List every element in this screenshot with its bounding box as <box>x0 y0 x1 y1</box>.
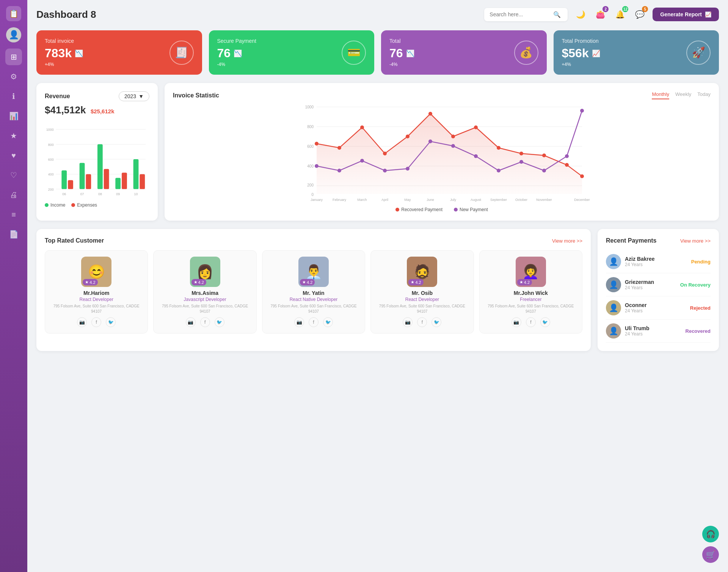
payment-item-2: 👤 Oconner 24 Years Rejected <box>606 296 711 320</box>
invoice-title: Invoice Statistic <box>173 92 219 99</box>
instagram-icon-2[interactable]: 📷 <box>294 317 304 327</box>
total-label: Total <box>389 38 414 44</box>
svg-point-60 <box>542 169 546 172</box>
search-input[interactable] <box>490 11 550 17</box>
payments-view-more[interactable]: View more >> <box>680 238 711 244</box>
total-invoice-label: Total invoice <box>45 38 83 44</box>
customer-name-1: Mrs.Asima <box>158 290 251 296</box>
twitter-icon-2[interactable]: 🐦 <box>323 317 333 327</box>
revenue-amount: $41,512k <box>45 104 86 116</box>
facebook-icon-0[interactable]: f <box>91 317 101 327</box>
facebook-icon-1[interactable]: f <box>200 317 210 327</box>
twitter-icon-1[interactable]: 🐦 <box>215 317 224 327</box>
payment-avatar-2: 👤 <box>606 300 621 315</box>
bell-button[interactable]: 🔔 12 <box>613 8 627 21</box>
svg-point-56 <box>451 144 455 148</box>
instagram-icon-4[interactable]: 📷 <box>511 317 521 327</box>
facebook-icon-2[interactable]: f <box>309 317 318 327</box>
recent-payments-card: Recent Payments View more >> 👤 Aziz Bakr… <box>598 229 719 351</box>
search-box[interactable]: 🔍 <box>484 8 568 21</box>
revenue-title: Revenue <box>45 93 70 100</box>
svg-text:09: 09 <box>116 192 120 196</box>
facebook-icon-3[interactable]: f <box>417 317 427 327</box>
instagram-icon-1[interactable]: 📷 <box>186 317 196 327</box>
stat-card-total-info: Total 76 📉 -4% <box>389 38 414 67</box>
total-icon: 💰 <box>514 41 538 65</box>
year-select[interactable]: 2023 ▼ <box>119 91 149 101</box>
bell-badge: 12 <box>622 6 628 12</box>
twitter-icon-4[interactable]: 🐦 <box>540 317 550 327</box>
legend-income: Income <box>45 202 65 208</box>
payment-avatar-1: 👤 <box>606 277 621 292</box>
customer-name-2: Mr. Yatin <box>267 290 360 296</box>
revenue-svg: 1000 800 600 400 200 <box>45 121 149 197</box>
payment-status-2: Rejected <box>690 305 711 311</box>
stat-card-total-promotion-info: Total Promotion $56k 📈 +4% <box>562 38 600 67</box>
svg-text:October: October <box>515 198 527 202</box>
top-customers-card: Top Rated Customer View more >> 😊 ★4.2 M… <box>36 229 591 351</box>
customer-avatar-4: 👩‍🦱 ★4.2 <box>516 257 546 287</box>
sidebar-item-menu[interactable]: ≡ <box>5 206 22 223</box>
sidebar-item-dashboard[interactable]: ⊞ <box>5 49 22 65</box>
sidebar-item-star[interactable]: ★ <box>5 127 22 144</box>
sidebar-item-heart[interactable]: ♥ <box>5 147 22 164</box>
wallet-button[interactable]: 👛 2 <box>593 8 607 21</box>
tab-today[interactable]: Today <box>697 91 711 99</box>
customer-name-3: Mr. Osib <box>375 290 469 296</box>
payment-age-1: 24 Years <box>625 285 676 290</box>
total-promotion-value: $56k 📈 <box>562 46 600 60</box>
svg-text:April: April <box>381 198 388 202</box>
svg-point-57 <box>474 154 478 158</box>
payment-name-2: Oconner <box>625 302 686 308</box>
support-float-button[interactable]: 🎧 <box>702 526 719 542</box>
svg-point-51 <box>337 169 341 172</box>
year-value: 2023 <box>124 93 136 99</box>
stat-card-total: Total 76 📉 -4% 💰 <box>381 30 547 75</box>
facebook-icon-4[interactable]: f <box>526 317 536 327</box>
svg-text:March: March <box>357 198 367 202</box>
rating-badge-0: ★4.2 <box>83 279 97 285</box>
twitter-icon-3[interactable]: 🐦 <box>431 317 441 327</box>
customer-addr-2: 795 Folsom Ave, Suite 600 San Francisco,… <box>267 304 360 314</box>
sidebar-item-docs[interactable]: 📄 <box>5 226 22 243</box>
sidebar-avatar[interactable]: 👤 <box>6 27 21 42</box>
analytics-icon: 📊 <box>9 111 19 121</box>
sidebar-item-heart2[interactable]: ♡ <box>5 167 22 183</box>
sidebar-item-info[interactable]: ℹ <box>5 88 22 105</box>
sidebar-logo[interactable]: 📋 <box>6 6 21 21</box>
page-title: Dashboard 8 <box>36 9 96 20</box>
instagram-icon-3[interactable]: 📷 <box>403 317 413 327</box>
svg-text:May: May <box>404 198 411 202</box>
chat-button[interactable]: 💬 5 <box>633 8 646 21</box>
svg-point-53 <box>383 169 387 172</box>
total-invoice-icon: 🧾 <box>169 41 194 65</box>
sidebar-item-settings[interactable]: ⚙ <box>5 68 22 85</box>
svg-text:800: 800 <box>307 125 314 129</box>
generate-report-button[interactable]: Generate Report 📈 <box>653 8 719 21</box>
tab-monthly[interactable]: Monthly <box>652 91 669 99</box>
header: Dashboard 8 🔍 🌙 👛 2 🔔 12 💬 5 Gen <box>36 8 719 21</box>
payment-item-3: 👤 Uli Trumb 24 Years Recovered <box>606 320 711 343</box>
payment-name-3: Uli Trumb <box>625 325 682 331</box>
instagram-icon-0[interactable]: 📷 <box>77 317 87 327</box>
header-right: 🔍 🌙 👛 2 🔔 12 💬 5 Generate Report 📈 <box>484 8 719 21</box>
headset-icon: 🎧 <box>706 530 715 539</box>
rating-badge-4: ★4.2 <box>517 279 532 285</box>
sidebar-item-print[interactable]: 🖨 <box>5 186 22 203</box>
svg-point-45 <box>497 146 500 150</box>
sidebar-item-analytics[interactable]: 📊 <box>5 108 22 124</box>
customer-avatar-0: 😊 ★4.2 <box>81 257 111 287</box>
svg-text:January: January <box>311 198 323 202</box>
total-trend: -4% <box>389 62 414 67</box>
twitter-icon-0[interactable]: 🐦 <box>106 317 116 327</box>
customers-view-more[interactable]: View more >> <box>552 238 582 244</box>
theme-toggle-button[interactable]: 🌙 <box>574 8 587 21</box>
invoice-legend: Recovered Payment New Payment <box>173 207 711 212</box>
tab-weekly[interactable]: Weekly <box>675 91 691 99</box>
revenue-card: Revenue 2023 ▼ $41,512k $25,612k <box>36 83 158 221</box>
svg-rect-11 <box>80 163 85 189</box>
invoice-header: Invoice Statistic Monthly Weekly Today <box>173 91 711 99</box>
svg-text:200: 200 <box>48 188 54 191</box>
svg-rect-19 <box>140 174 145 189</box>
cart-float-button[interactable]: 🛒 <box>702 546 719 563</box>
